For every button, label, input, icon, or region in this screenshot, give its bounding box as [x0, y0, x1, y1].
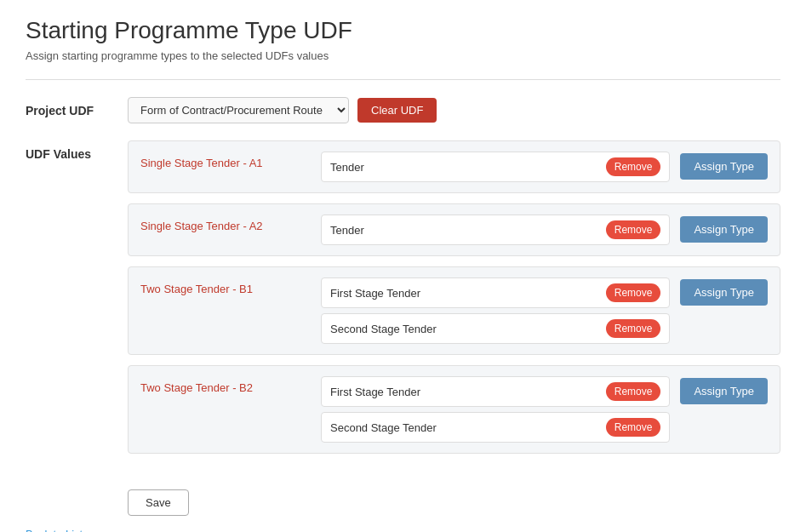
- udf-value-row: Second Stage TenderRemove: [321, 412, 670, 443]
- remove-button[interactable]: Remove: [606, 382, 661, 401]
- save-button[interactable]: Save: [128, 489, 189, 516]
- udf-values-section: UDF Values Single Stage Tender - A1Tende…: [26, 140, 780, 464]
- udf-card-name: Two Stage Tender - B1: [140, 277, 311, 295]
- udf-card-values: First Stage TenderRemoveSecond Stage Ten…: [321, 277, 670, 344]
- remove-button[interactable]: Remove: [606, 283, 661, 302]
- udf-value-row: Second Stage TenderRemove: [321, 313, 670, 344]
- udf-value-row: TenderRemove: [321, 152, 670, 182]
- assign-type-button[interactable]: Assign Type: [680, 216, 768, 243]
- udf-card: Single Stage Tender - A1TenderRemoveAssi…: [128, 140, 780, 193]
- assign-type-button[interactable]: Assign Type: [680, 153, 768, 180]
- udf-value-row: First Stage TenderRemove: [321, 376, 670, 407]
- assign-type-button[interactable]: Assign Type: [680, 378, 768, 404]
- udf-card: Two Stage Tender - B2First Stage TenderR…: [128, 365, 780, 454]
- remove-button[interactable]: Remove: [606, 418, 661, 437]
- udf-card-values: First Stage TenderRemoveSecond Stage Ten…: [321, 376, 670, 443]
- udf-card-values: TenderRemove: [321, 152, 670, 182]
- assign-type-button[interactable]: Assign Type: [680, 279, 768, 306]
- page-title: Starting Programme Type UDF: [26, 17, 780, 44]
- page-subtitle: Assign starting programme types to the s…: [26, 49, 780, 62]
- udf-cards-container: Single Stage Tender - A1TenderRemoveAssi…: [128, 140, 780, 464]
- clear-udf-button[interactable]: Clear UDF: [357, 98, 437, 123]
- remove-button[interactable]: Remove: [606, 319, 661, 338]
- udf-card-name: Single Stage Tender - A2: [140, 215, 311, 232]
- udf-card: Two Stage Tender - B1First Stage TenderR…: [128, 266, 780, 355]
- remove-button[interactable]: Remove: [606, 157, 661, 176]
- udf-value-text: Second Stage Tender: [330, 323, 597, 335]
- udf-card-name: Two Stage Tender - B2: [140, 376, 311, 394]
- udf-value-text: Tender: [330, 224, 597, 237]
- udf-card-values: TenderRemove: [321, 215, 670, 245]
- udf-value-row: TenderRemove: [321, 215, 670, 245]
- udf-value-row: First Stage TenderRemove: [321, 277, 670, 308]
- udf-value-text: Tender: [330, 161, 597, 174]
- project-udf-select[interactable]: Form of Contract/Procurement Route: [128, 97, 349, 123]
- udf-card-name: Single Stage Tender - A1: [140, 152, 311, 169]
- remove-button[interactable]: Remove: [606, 220, 661, 239]
- udf-value-text: First Stage Tender: [330, 287, 597, 300]
- project-udf-section: Project UDF Form of Contract/Procurement…: [26, 97, 780, 123]
- project-udf-label: Project UDF: [26, 97, 128, 117]
- udf-value-text: Second Stage Tender: [330, 421, 597, 434]
- udf-values-label: UDF Values: [26, 140, 128, 161]
- udf-card: Single Stage Tender - A2TenderRemoveAssi…: [128, 203, 780, 256]
- udf-value-text: First Stage Tender: [330, 386, 597, 398]
- project-udf-controls: Form of Contract/Procurement Route Clear…: [128, 97, 780, 123]
- back-to-list-link[interactable]: Back to List: [26, 528, 780, 532]
